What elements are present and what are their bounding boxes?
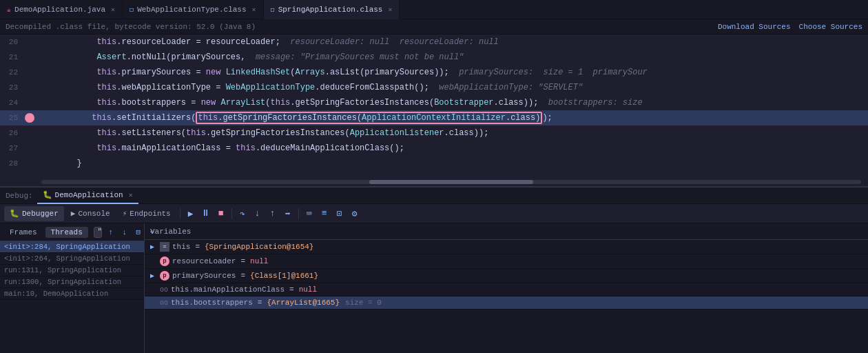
frame-item-2[interactable]: run:1311, SpringApplication bbox=[0, 265, 144, 276]
code-content-22: this.primarySources = new LinkedHashSet(… bbox=[37, 68, 648, 77]
class-icon-2: ◻ bbox=[271, 6, 275, 14]
evaluate-button[interactable]: ⌨ bbox=[302, 207, 316, 221]
console-tab[interactable]: ▶ Console bbox=[65, 206, 116, 221]
endpoints-icon: ⚡ bbox=[123, 209, 127, 218]
threads-tab[interactable]: Threads bbox=[45, 227, 88, 238]
resume-button[interactable]: ▶ bbox=[184, 207, 198, 221]
code-line-22: 22 this.primarySources = new LinkedHashS… bbox=[0, 65, 868, 80]
frame-item-1[interactable]: <init>:264, SpringApplication bbox=[0, 253, 144, 265]
debug-session-tab[interactable]: 🐛 DemoApplication ✕ bbox=[37, 188, 138, 204]
scroll-thumb[interactable] bbox=[369, 180, 533, 184]
frames-button[interactable]: ≡ bbox=[318, 207, 331, 221]
frame-filter-btn[interactable]: ⊟ bbox=[132, 226, 145, 239]
run-to-cursor-button[interactable]: ➡ bbox=[281, 207, 295, 221]
step-into-button[interactable]: ↓ bbox=[251, 207, 265, 221]
var-icon-p-ps: p bbox=[160, 271, 169, 281]
debug-tab-bar: Debug: 🐛 DemoApplication ✕ bbox=[0, 188, 868, 204]
code-content-23: this.webApplicationType = WebApplication… bbox=[37, 83, 583, 92]
tab-bar: ☕ DemoApplication.java ✕ ◻ WebApplicatio… bbox=[0, 0, 868, 19]
info-bar-text: Decompiled .class file, bytecode version… bbox=[6, 23, 256, 31]
toolbar-sep-3 bbox=[298, 208, 299, 219]
frame-item-3[interactable]: run:1300, SpringApplication bbox=[0, 276, 144, 288]
debug-label: Debug: bbox=[3, 192, 36, 200]
step-out-button[interactable]: ↑ bbox=[266, 207, 280, 221]
pause-button[interactable]: ⏸ bbox=[199, 207, 213, 221]
tab-close-0[interactable]: ✕ bbox=[111, 6, 115, 14]
code-content-28: } bbox=[37, 159, 82, 168]
debug-session-label: DemoApplication bbox=[55, 191, 123, 199]
frames-panel: Frames Threads "ma...." ▾ ↑ ↓ ⊟ + <init>… bbox=[0, 223, 145, 353]
info-bar: Decompiled .class file, bytecode version… bbox=[0, 19, 868, 34]
frame-up-btn[interactable]: ↑ bbox=[105, 226, 117, 239]
variables-header: Variables bbox=[145, 223, 868, 240]
frames-toolbar: Frames Threads "ma...." ▾ ↑ ↓ ⊟ + bbox=[0, 223, 144, 241]
debug-panel: Debug: 🐛 DemoApplication ✕ 🐛 Debugger ▶ … bbox=[0, 186, 868, 353]
code-editor: 20 this.resourceLoader = resourceLoader;… bbox=[0, 34, 868, 186]
code-line-27: 27 this.mainApplicationClass = this.dedu… bbox=[0, 141, 868, 156]
frame-item-4[interactable]: main:10, DemoApplication bbox=[0, 288, 144, 300]
frame-item-0[interactable]: <init>:284, SpringApplication bbox=[0, 241, 144, 253]
info-bar-links: Download Sources Choose Sources bbox=[718, 23, 862, 31]
code-line-25: 25 this.setInitializers(this.getSpringFa… bbox=[0, 110, 868, 125]
var-arrow-rl bbox=[150, 258, 157, 265]
var-item-resourceloader[interactable]: p resourceLoader = null bbox=[145, 254, 868, 269]
code-line-20: 20 this.resourceLoader = resourceLoader;… bbox=[0, 34, 868, 50]
tab-demoapplication[interactable]: ☕ DemoApplication.java ✕ bbox=[0, 0, 123, 19]
var-icon-eq-this: = bbox=[160, 242, 169, 252]
choose-sources-link[interactable]: Choose Sources bbox=[799, 23, 862, 31]
line-num-25: 25 bbox=[3, 114, 23, 122]
code-line-26: 26 this.setListeners(this.getSpringFacto… bbox=[0, 125, 868, 141]
code-line-21: 21 Assert.notNull(primarySources, messag… bbox=[0, 50, 868, 65]
line-num-23: 23 bbox=[3, 83, 23, 92]
line-num-21: 21 bbox=[3, 53, 23, 61]
code-content-27: this.mainApplicationClass = this.deduceM… bbox=[37, 143, 404, 153]
code-content-25: this.setInitializers(this.getSpringFacto… bbox=[37, 113, 552, 123]
line-num-27: 27 bbox=[3, 144, 23, 152]
download-sources-link[interactable]: Download Sources bbox=[718, 23, 791, 31]
code-line-24: 24 this.bootstrappers = new ArrayList(th… bbox=[0, 95, 868, 110]
debug-session-icon: 🐛 bbox=[43, 190, 52, 199]
frame-down-btn[interactable]: ↓ bbox=[118, 226, 131, 239]
frames-tab[interactable]: Frames bbox=[4, 227, 43, 238]
toolbar-sep-1 bbox=[180, 208, 180, 219]
code-content-20: this.resourceLoader = resourceLoader; re… bbox=[37, 37, 499, 47]
var-arrow-this: ▶ bbox=[150, 243, 157, 251]
line-num-22: 22 bbox=[3, 68, 23, 77]
var-item-primarysources[interactable]: ▶ p primarySources = {Class[1]@1661} bbox=[145, 269, 868, 283]
code-line-28: 28 } bbox=[0, 156, 868, 171]
settings-button[interactable]: ⚙ bbox=[348, 207, 362, 221]
var-icon-oo-mac: oo bbox=[160, 286, 168, 294]
line-num-28: 28 bbox=[3, 159, 23, 168]
tab-close-2[interactable]: ✕ bbox=[388, 6, 392, 14]
var-item-bootstrappers[interactable]: oo this.bootstrappers = {ArrayList@1665}… bbox=[145, 296, 868, 310]
debugger-tab[interactable]: 🐛 Debugger bbox=[4, 206, 64, 221]
var-icon-p-rl: p bbox=[160, 256, 169, 266]
debug-session-close[interactable]: ✕ bbox=[129, 191, 133, 199]
toolbar-sep-2 bbox=[231, 208, 232, 219]
tab-close-1[interactable]: ✕ bbox=[252, 6, 256, 14]
endpoints-label: Endpoints bbox=[130, 210, 170, 218]
var-arrow-mac bbox=[150, 286, 157, 294]
horizontal-scrollbar[interactable] bbox=[41, 180, 861, 184]
debugger-body: Frames Threads "ma...." ▾ ↑ ↓ ⊟ + <init>… bbox=[0, 223, 868, 353]
thread-dropdown[interactable]: "ma...." ▾ bbox=[94, 227, 102, 238]
var-item-mainapplicationclass[interactable]: oo this.mainApplicationClass = null bbox=[145, 283, 868, 296]
step-over-button[interactable]: ↷ bbox=[236, 207, 249, 221]
endpoints-tab[interactable]: ⚡ Endpoints bbox=[117, 206, 176, 221]
variables-panel: Variables ▶ = this = {SpringApplication@… bbox=[145, 223, 868, 353]
restore-button[interactable]: ⊡ bbox=[333, 207, 347, 221]
line-num-24: 24 bbox=[3, 99, 23, 107]
var-arrow-ps: ▶ bbox=[150, 272, 157, 280]
var-icon-oo-bs: oo bbox=[160, 299, 168, 307]
debugger-icon: 🐛 bbox=[10, 209, 19, 218]
code-content-21: Assert.notNull(primarySources, message: … bbox=[37, 52, 464, 62]
var-item-this[interactable]: ▶ = this = {SpringApplication@1654} bbox=[145, 240, 868, 254]
breakpoint-25 bbox=[25, 113, 34, 123]
debugger-label: Debugger bbox=[22, 210, 59, 218]
frame-list: <init>:284, SpringApplication <init>:264… bbox=[0, 241, 144, 353]
stop-button[interactable]: ■ bbox=[214, 207, 228, 221]
tab-webapplicationtype[interactable]: ◻ WebApplicationType.class ✕ bbox=[123, 0, 264, 19]
tab-springapplication[interactable]: ◻ SpringApplication.class ✕ bbox=[264, 0, 400, 19]
console-label: Console bbox=[78, 210, 110, 218]
code-content-26: this.setListeners(this.getSpringFactorie… bbox=[37, 128, 488, 138]
